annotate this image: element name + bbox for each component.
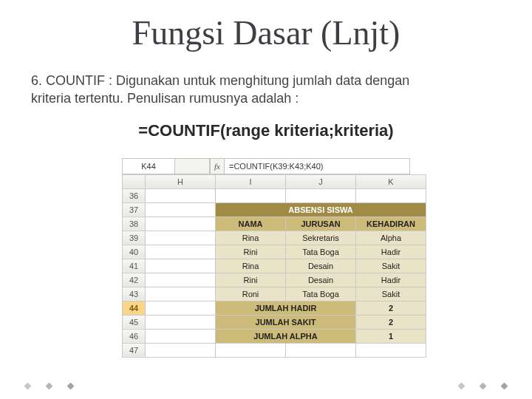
col-header: I xyxy=(216,174,286,188)
cell: Roni xyxy=(216,287,286,301)
cell: Alpha xyxy=(356,231,426,245)
column-header-row: H I J K xyxy=(123,174,426,188)
row-header: 42 xyxy=(123,273,146,287)
cell: Rini xyxy=(216,245,286,259)
cell: Desain xyxy=(286,259,356,273)
formula-bar-content: =COUNTIF(K39:K43;K40) xyxy=(225,159,409,174)
cell: Desain xyxy=(286,273,356,287)
row-header: 45 xyxy=(123,315,146,329)
row-header: 37 xyxy=(123,202,146,216)
summary-label: JUMLAH ALPHA xyxy=(216,329,356,343)
cell: Sakit xyxy=(356,287,426,301)
cell: Rina xyxy=(216,259,286,273)
row-header: 38 xyxy=(123,216,146,231)
select-all-corner xyxy=(123,174,146,188)
table-header: NAMA xyxy=(216,216,286,231)
summary-value: 2 xyxy=(356,315,426,329)
cell: Tata Boga xyxy=(286,287,356,301)
table-header: KEHADIRAN xyxy=(356,216,426,231)
cell: Tata Boga xyxy=(286,245,356,259)
formula-syntax: =COUNTIF(range kriteria;kriteria) xyxy=(0,121,532,140)
cell: Rini xyxy=(216,273,286,287)
cell: Hadir xyxy=(356,273,426,287)
col-header: K xyxy=(356,174,426,188)
row-header: 47 xyxy=(123,343,146,357)
col-header: J xyxy=(286,174,356,188)
name-box: K44 xyxy=(123,159,175,174)
col-header: H xyxy=(146,174,216,188)
cell: Rina xyxy=(216,231,286,245)
spreadsheet-screenshot: K44 fx =COUNTIF(K39:K43;K40) H I J K 36 … xyxy=(122,158,410,358)
namebox-spacer xyxy=(175,159,210,174)
table-header: JURUSAN xyxy=(286,216,356,231)
description-text: 6. COUNTIF : Digunakan untuk menghitung … xyxy=(31,72,445,108)
table-title: ABSENSI SISWA xyxy=(216,202,426,216)
row-header-selected: 44 xyxy=(123,301,146,315)
row-header: 36 xyxy=(123,188,146,202)
summary-label: JUMLAH HADIR xyxy=(216,301,356,315)
cell: Sekretaris xyxy=(286,231,356,245)
formula-bar: K44 fx =COUNTIF(K39:K43;K40) xyxy=(122,158,410,174)
row-header: 40 xyxy=(123,245,146,259)
summary-value: 2 xyxy=(356,301,426,315)
cell: Hadir xyxy=(356,245,426,259)
row-header: 41 xyxy=(123,259,146,273)
row-header: 46 xyxy=(123,329,146,343)
row-header: 39 xyxy=(123,231,146,245)
decorative-dots-right xyxy=(459,383,507,389)
decorative-dots-left xyxy=(25,383,73,389)
summary-value: 1 xyxy=(356,329,426,343)
slide-title: Fungsi Dasar (Lnjt) xyxy=(0,13,532,52)
cell: Sakit xyxy=(356,259,426,273)
spreadsheet-grid: H I J K 36 37ABSENSI SISWA 38NAMAJURUSAN… xyxy=(122,174,426,358)
summary-label: JUMLAH SAKIT xyxy=(216,315,356,329)
fx-icon: fx xyxy=(210,159,225,174)
row-header: 43 xyxy=(123,287,146,301)
